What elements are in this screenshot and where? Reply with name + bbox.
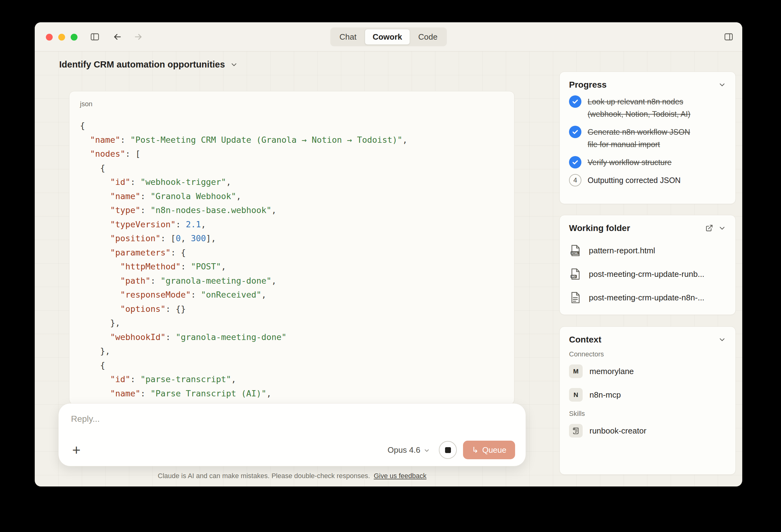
html-file-icon: HTML [569, 244, 582, 257]
progress-item-label: Outputting corrected JSON [588, 174, 681, 186]
code-line: "httpMethod": "POST", [80, 260, 504, 274]
connector-letter-icon: M [569, 364, 583, 378]
code-content: { "name": "Post-Meeting CRM Update (Gran… [80, 119, 504, 400]
model-selector[interactable]: Opus 4.6 [388, 445, 430, 455]
right-panel-toggle-icon[interactable] [724, 32, 734, 42]
context-section-label: Connectors [569, 350, 726, 358]
model-chevron-icon [423, 447, 430, 453]
code-line: "id": "webhook-trigger", [80, 175, 504, 189]
progress-item-label: Generate n8n workflow JSONfile for manua… [588, 126, 690, 150]
app-window: ChatCoworkCode Identify CRM automation o… [35, 22, 742, 486]
stop-icon [445, 447, 451, 453]
mode-tabs: ChatCoworkCode [330, 27, 447, 46]
code-line: "position": [0, 300], [80, 231, 504, 246]
working-folder-title: Working folder [569, 223, 705, 233]
file-name: post-meeting-crm-update-runb... [589, 269, 704, 279]
code-line: "responseMode": "onReceived", [80, 288, 504, 302]
check-icon [569, 156, 581, 169]
file-item[interactable]: HTMLpattern-report.html [569, 239, 726, 262]
svg-text:MD: MD [572, 275, 576, 278]
code-line: "name": "Parse Transcript (AI)", [80, 387, 504, 401]
code-line: "name": "Granola Webhook", [80, 189, 504, 204]
tab-chat[interactable]: Chat [332, 29, 364, 45]
context-collapse-chevron-icon[interactable] [718, 336, 726, 344]
code-line: "path": "granola-meeting-done", [80, 274, 504, 288]
doc-file-icon [569, 291, 582, 304]
context-section-label: Skills [569, 410, 726, 418]
task-header: Identify CRM automation opportunities [59, 59, 238, 70]
code-line: }, [80, 344, 504, 358]
code-line: "parameters": { [80, 246, 504, 260]
tab-code[interactable]: Code [411, 29, 445, 45]
progress-title: Progress [569, 80, 718, 90]
tab-cowork[interactable]: Cowork [365, 29, 410, 45]
file-item[interactable]: post-meeting-crm-update-n8n-... [569, 286, 726, 309]
check-icon [569, 126, 581, 138]
code-line: "options": {} [80, 302, 504, 316]
progress-items: Look up relevant n8n nodes(webhook, Noti… [569, 95, 726, 186]
disclaimer-text: Claude is AI and can make mistakes. Plea… [158, 472, 370, 480]
context-item-name: runbook-creator [589, 426, 647, 436]
disclaimer: Claude is AI and can make mistakes. Plea… [58, 472, 526, 480]
code-line: { [80, 119, 504, 133]
connector-letter-icon: N [569, 388, 583, 402]
context-item-runbook-creator[interactable]: runbook-creator [569, 419, 726, 443]
code-line: "nodes": [ [80, 147, 504, 161]
model-name: Opus 4.6 [388, 445, 420, 455]
context-sections: ConnectorsMmemorylaneNn8n-mcpSkillsrunbo… [569, 350, 726, 443]
context-item-name: n8n-mcp [589, 390, 621, 400]
code-line: "webhookId": "granola-meeting-done" [80, 330, 504, 344]
sidebar-toggle-icon[interactable] [90, 32, 100, 42]
code-line: "id": "parse-transcript", [80, 372, 504, 387]
queue-button[interactable]: ↳ Queue [463, 441, 515, 459]
file-item[interactable]: MDpost-meeting-crm-update-runb... [569, 262, 726, 286]
reply-controls: + Opus 4.6 ↳ Queue [72, 441, 515, 459]
close-window-button[interactable] [46, 34, 53, 41]
page-title: Identify CRM automation opportunities [59, 59, 225, 70]
back-arrow-icon[interactable] [113, 32, 122, 42]
working-folder-panel: Working folder HTMLpattern-report.htmlMD… [560, 215, 736, 315]
progress-item-label: Verify workflow structure [588, 156, 671, 169]
scroll-icon [569, 424, 583, 438]
code-line: { [80, 358, 504, 372]
svg-text:HTML: HTML [572, 252, 578, 255]
feedback-link[interactable]: Give us feedback [374, 472, 426, 480]
md-file-icon: MD [569, 268, 582, 280]
reply-input[interactable] [71, 414, 513, 424]
file-name: post-meeting-crm-update-n8n-... [589, 293, 704, 303]
add-attachment-button[interactable]: + [72, 443, 81, 457]
titlebar: ChatCoworkCode [35, 22, 742, 51]
zoom-window-button[interactable] [71, 34, 78, 41]
progress-item: Generate n8n workflow JSONfile for manua… [569, 126, 726, 150]
forward-arrow-icon[interactable] [133, 32, 143, 42]
code-line: "typeVersion": 2.1, [80, 217, 504, 232]
open-folder-external-link-icon[interactable] [705, 224, 713, 232]
progress-collapse-chevron-icon[interactable] [718, 81, 726, 89]
context-panel: Context ConnectorsMmemorylaneNn8n-mcpSki… [560, 326, 736, 475]
file-name: pattern-report.html [589, 246, 655, 256]
code-line: "name": "Post-Meeting CRM Update (Granol… [80, 133, 504, 147]
queue-arrow-icon: ↳ [472, 445, 479, 455]
context-title: Context [569, 335, 718, 345]
code-line: "type": "n8n-nodes-base.webhook", [80, 203, 504, 217]
progress-item: Verify workflow structure [569, 156, 726, 169]
step-number-badge: 4 [569, 174, 581, 186]
context-item-memorylane[interactable]: Mmemorylane [569, 359, 726, 383]
check-icon [569, 95, 581, 108]
progress-panel: Progress Look up relevant n8n nodes(webh… [560, 72, 736, 204]
stop-button[interactable] [439, 441, 457, 459]
code-language-label: json [80, 100, 504, 108]
progress-item: Look up relevant n8n nodes(webhook, Noti… [569, 95, 726, 120]
reply-box: + Opus 4.6 ↳ Queue [58, 403, 526, 467]
task-title-chevron-icon[interactable] [230, 61, 238, 69]
working-folder-header: Working folder [569, 223, 726, 233]
context-item-n8n-mcp[interactable]: Nn8n-mcp [569, 383, 726, 407]
queue-button-label: Queue [482, 445, 506, 455]
code-line: }, [80, 316, 504, 330]
minimize-window-button[interactable] [58, 34, 65, 41]
code-line: { [80, 161, 504, 175]
code-block-card: json { "name": "Post-Meeting CRM Update … [69, 91, 515, 404]
working-folder-collapse-chevron-icon[interactable] [718, 224, 726, 232]
progress-header: Progress [569, 80, 726, 90]
context-item-name: memorylane [589, 367, 634, 376]
